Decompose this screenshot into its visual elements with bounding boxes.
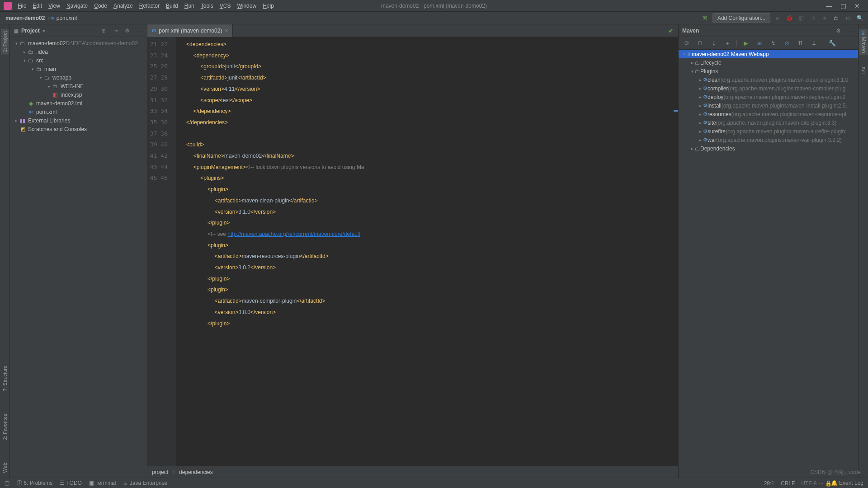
navigation-bar: maven-demo02 › m pom.xml ⚒ Add Configura… xyxy=(0,12,868,24)
coverage-icon[interactable]: ◧ xyxy=(797,14,806,23)
status-box-icon[interactable]: ▢ xyxy=(5,480,9,486)
menu-tools[interactable]: Tools xyxy=(198,1,217,10)
maximize-icon[interactable]: ▢ xyxy=(840,2,846,9)
window-title: maven-demo02 - pom.xml (maven-demo02) xyxy=(381,3,487,9)
project-panel-title[interactable]: Project xyxy=(21,28,40,34)
menu-analyze[interactable]: Analyze xyxy=(110,1,136,10)
settings-icon[interactable]: 🔧 xyxy=(828,39,837,48)
add-configuration-button[interactable]: Add Configuration... xyxy=(712,13,770,23)
generate-icon[interactable]: 🗋 xyxy=(696,39,705,48)
add-icon[interactable]: ＋ xyxy=(723,39,732,48)
close-icon[interactable]: ✕ xyxy=(854,2,860,9)
breadcrumb-root[interactable]: maven-demo02 xyxy=(4,15,47,21)
gear-icon[interactable]: ⚙ xyxy=(123,26,132,35)
collapse-all-icon[interactable]: ⇈ xyxy=(796,39,805,48)
maven-icon: m xyxy=(152,27,156,34)
tree-item[interactable]: mpom.xml xyxy=(10,108,147,116)
tab-favorites[interactable]: 2: Favorites xyxy=(1,412,9,442)
line-gutter[interactable]: 21 22 23 24 25 26 27 28 29 30 31 32 33 3… xyxy=(147,37,176,466)
close-tab-icon[interactable]: × xyxy=(225,28,228,34)
skip-icon[interactable]: ⊘ xyxy=(782,39,791,48)
maven-tree-item[interactable]: ▾🗀 Plugins xyxy=(679,67,858,75)
menu-file[interactable]: File xyxy=(14,1,29,10)
hide-icon[interactable]: — xyxy=(134,26,143,35)
tree-item[interactable]: ▸🗀WEB-INF xyxy=(10,82,147,90)
stop-icon[interactable]: ■ xyxy=(820,14,829,23)
menu-navigate[interactable]: Navigate xyxy=(63,1,91,10)
menu-refactor[interactable]: Refactor xyxy=(136,1,163,10)
maven-tree-item[interactable]: ▸⚙ clean (org.apache.maven.plugins:maven… xyxy=(679,75,858,84)
caret-position[interactable]: 29:1 xyxy=(764,480,774,487)
status-todo[interactable]: ☰ TODO xyxy=(60,480,82,486)
menu-run[interactable]: Run xyxy=(181,1,198,10)
maven-tree-item[interactable]: ▸⚙ resources (org.apache.maven.plugins:m… xyxy=(679,110,858,118)
scrollbar-marks[interactable] xyxy=(674,37,678,466)
maven-panel-title: Maven xyxy=(682,28,699,34)
breadcrumb-item[interactable]: project xyxy=(152,469,168,475)
maven-tree-item[interactable]: ▸⚙ compiler (org.apache.maven.plugins:ma… xyxy=(679,84,858,93)
tab-ant[interactable]: Ant xyxy=(860,64,867,76)
tab-web[interactable]: Web xyxy=(1,460,9,475)
gear-icon[interactable]: ⚙ xyxy=(834,26,843,35)
folder-icon[interactable]: 🗀 xyxy=(832,14,841,23)
tree-item[interactable]: ▾🗀main xyxy=(10,65,147,73)
menu-edit[interactable]: Edit xyxy=(29,1,45,10)
tab-maven[interactable]: m Maven xyxy=(859,29,868,55)
maven-tree-item[interactable]: ▸⚙ deploy (org.apache.maven.plugins:mave… xyxy=(679,93,858,101)
maven-tree-item[interactable]: ▸🗀 Dependencies xyxy=(679,144,858,153)
tree-item[interactable]: ▸🗀.idea xyxy=(10,47,147,56)
tree-item[interactable]: ▾🗀webapp xyxy=(10,73,147,82)
hide-icon[interactable]: — xyxy=(845,26,854,35)
maven-toolbar: ⟳ 🗋 ⭳ ＋ ▶ m ↯ ⊘ ⇈ ⇊ 🔧 xyxy=(679,37,858,50)
window-icon[interactable]: ▭ xyxy=(844,14,853,23)
tree-item[interactable]: ▾🗀src xyxy=(10,56,147,65)
project-tree[interactable]: ▾🗀maven-demo02 D:\IDEA\code\maven-demo02… xyxy=(10,37,147,478)
tree-item[interactable]: ▾🗀maven-demo02 D:\IDEA\code\maven-demo02 xyxy=(10,39,147,47)
maven-tree-item[interactable]: ▸⚙ surefire (org.apache.maven.plugins:ma… xyxy=(679,127,858,136)
maven-tree-item[interactable]: ▸⚙ site (org.apache.maven.plugins:maven-… xyxy=(679,118,858,127)
menu-view[interactable]: View xyxy=(45,1,63,10)
status-problems[interactable]: ⓘ 6: Problems xyxy=(17,479,52,487)
tab-structure[interactable]: 7: Structure xyxy=(1,363,9,394)
tab-project[interactable]: 1: Project xyxy=(1,29,9,54)
maven-tree[interactable]: ▾🗎 maven-demo02 Maven Webapp▸🗀 Lifecycle… xyxy=(679,50,858,478)
reload-icon[interactable]: ⟳ xyxy=(682,39,691,48)
menu-window[interactable]: Window xyxy=(234,1,259,10)
file-tab[interactable]: m pom.xml (maven-demo02) × xyxy=(147,24,233,37)
tree-item[interactable]: ◆maven-demo02.iml xyxy=(10,99,147,108)
collapse-icon[interactable]: ⇥ xyxy=(111,26,120,35)
expand-all-icon[interactable]: ⇊ xyxy=(809,39,818,48)
locate-icon[interactable]: ⊕ xyxy=(99,26,108,35)
run-icon[interactable]: ▶ xyxy=(741,39,750,48)
debug-icon[interactable]: 🐞 xyxy=(785,14,794,23)
dropdown-icon[interactable]: ▾ xyxy=(42,28,45,34)
encoding[interactable]: UTF-8 ⋯ 🔒 xyxy=(801,480,832,487)
code-area[interactable]: <dependencies> <dependency> <groupId>jun… xyxy=(176,37,678,466)
menu-code[interactable]: Code xyxy=(91,1,110,10)
search-icon[interactable]: 🔍 xyxy=(855,14,864,23)
profile-icon[interactable]: ◔ xyxy=(808,14,817,23)
tree-item[interactable]: ◧index.jsp xyxy=(10,90,147,99)
breadcrumb-file[interactable]: pom.xml xyxy=(55,15,79,21)
menu-vcs[interactable]: VCS xyxy=(217,1,234,10)
build-icon[interactable]: ⚒ xyxy=(701,14,710,23)
download-icon[interactable]: ⭳ xyxy=(709,39,718,48)
minimize-icon[interactable]: — xyxy=(826,2,832,9)
breadcrumb-item[interactable]: dependencies xyxy=(179,469,213,475)
maven-m-icon[interactable]: m xyxy=(755,39,764,48)
tree-item[interactable]: ▸▮▮External Libraries xyxy=(10,116,147,125)
tree-item[interactable]: ◩Scratches and Consoles xyxy=(10,125,147,133)
run-icon[interactable]: ▶ xyxy=(773,14,782,23)
event-log[interactable]: 🔔 Event Log xyxy=(831,480,863,486)
menu-help[interactable]: Help xyxy=(259,1,277,10)
maven-tree-item[interactable]: ▾🗎 maven-demo02 Maven Webapp xyxy=(679,50,858,58)
maven-tree-item[interactable]: ▸🗀 Lifecycle xyxy=(679,58,858,67)
toggle-icon[interactable]: ↯ xyxy=(769,39,778,48)
line-ending[interactable]: CRLF xyxy=(781,480,795,487)
left-tool-strip: 1: Project 7: Structure 2: Favorites Web xyxy=(0,24,10,478)
status-javaee[interactable]: ♨ Java Enterprise xyxy=(123,480,167,486)
status-terminal[interactable]: ▣ Terminal xyxy=(89,480,116,486)
maven-tree-item[interactable]: ▸⚙ install (org.apache.maven.plugins:mav… xyxy=(679,101,858,110)
menu-build[interactable]: Build xyxy=(163,1,181,10)
maven-tree-item[interactable]: ▸⚙ war (org.apache.maven.plugins:maven-w… xyxy=(679,136,858,144)
